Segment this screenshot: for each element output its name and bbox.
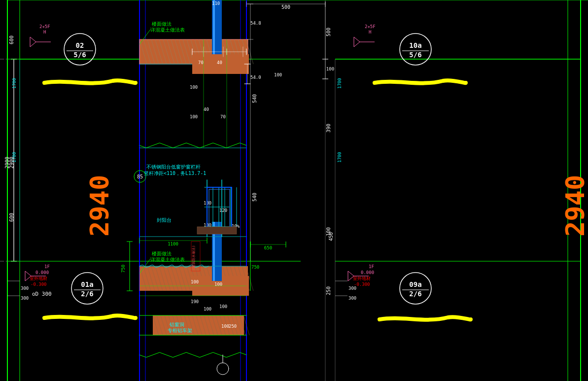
cad-drawing bbox=[0, 0, 588, 381]
